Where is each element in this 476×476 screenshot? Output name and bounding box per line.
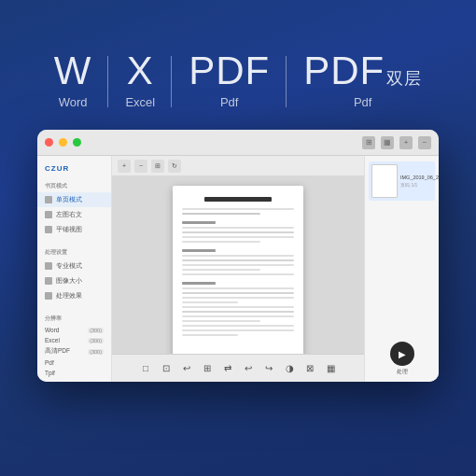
sidebar-item-page[interactable]: 图像大小 — [37, 273, 111, 288]
tb-icon-1[interactable]: ⊞ — [362, 136, 375, 149]
tb-icon-4[interactable]: − — [418, 136, 431, 149]
format-word: W Word — [37, 51, 109, 109]
sidebar-section-title-1: 书页模式 — [37, 178, 111, 192]
doc-line-13 — [182, 292, 294, 294]
export-tpif-label: Tpif — [45, 370, 55, 376]
toolbar-rotate[interactable]: ↻ — [168, 160, 181, 173]
toolbar-zoom-in[interactable]: + — [118, 160, 131, 173]
word-label: Word — [59, 95, 88, 109]
process-button[interactable]: ▶ — [390, 342, 414, 366]
doc-title — [204, 197, 272, 202]
sidebar-tiled-label: 平铺视图 — [56, 225, 82, 234]
sidebar-single-label: 单页模式 — [56, 195, 82, 204]
doc-heading-2 — [182, 249, 216, 252]
doc-line-10 — [182, 269, 260, 271]
sidebar-item-pro[interactable]: 专业模式 — [37, 259, 111, 273]
export-pdf-label: Pdf — [45, 359, 54, 366]
grid-icon — [45, 226, 52, 233]
doc-line-9 — [182, 264, 294, 266]
doc-heading-3 — [182, 282, 216, 285]
doc-line-17 — [182, 311, 294, 313]
export-pdf[interactable]: Pdf — [37, 357, 111, 368]
bt-redo[interactable]: ↪ — [261, 361, 276, 376]
export-word[interactable]: Word (300) — [37, 325, 111, 335]
sidebar-lr-label: 左图右文 — [56, 210, 82, 219]
doc-line-11 — [182, 273, 294, 275]
sidebar-pro-label: 专业模式 — [56, 261, 82, 271]
image-icon — [45, 292, 52, 300]
process-label: 处理 — [397, 368, 408, 376]
doc-line-2 — [182, 213, 260, 215]
doc-line-15 — [182, 301, 238, 303]
export-tpif[interactable]: Tpif — [37, 368, 111, 378]
doc-line-16 — [182, 306, 294, 308]
tb-icon-3[interactable]: + — [399, 136, 413, 149]
rp-file-info: IMG_2019_06_29_02_279.jpg 页码 1/1 — [400, 175, 439, 189]
doc-line-19 — [182, 320, 260, 322]
export-hd-pdf[interactable]: 高清PDF (300) — [37, 345, 111, 357]
export-word-badge: (300) — [88, 328, 104, 333]
sidebar: CZUR 书页模式 单页模式 左图右文 平铺视图 处理设置 — [37, 156, 112, 382]
rp-thumbnail — [371, 164, 398, 198]
format-excel: X Excel — [108, 51, 172, 109]
format-pdf: PDF Pdf — [172, 51, 287, 109]
word-letter: W — [54, 51, 92, 91]
doc-line-14 — [182, 297, 294, 299]
doc-line-22 — [182, 334, 238, 336]
right-panel: IMG_2019_06_29_02_279.jpg 页码 1/1 ▶ 处理 — [364, 156, 439, 382]
doc-line-4 — [182, 231, 294, 233]
excel-label: Excel — [125, 95, 155, 109]
bt-select[interactable]: □ — [138, 361, 153, 376]
bottom-toolbar: □ ⊡ ↩ ⊞ ⇄ ↩ ↪ ◑ ⊠ ▦ — [112, 354, 364, 382]
format-labels: W Word X Excel PDF Pdf PDF 双层 Pdf — [37, 51, 439, 109]
close-dot[interactable] — [45, 138, 53, 147]
app-window: ⊞ ▦ + − CZUR 书页模式 单页模式 左图右文 — [37, 130, 439, 382]
sidebar-item-image-size[interactable]: 处理效果 — [37, 288, 111, 303]
rp-filename: IMG_2019_06_29_02_279.jpg — [400, 175, 439, 181]
bt-rotate-left[interactable]: ↩ — [179, 361, 194, 376]
doc-line-18 — [182, 315, 294, 317]
rp-detail: 页码 1/1 — [400, 182, 439, 188]
pdf-dual-suffix: 双层 — [386, 70, 422, 87]
bt-flip[interactable]: ⇄ — [220, 361, 235, 376]
app-window-wrapper: ⊞ ▦ + − CZUR 书页模式 单页模式 左图右文 — [37, 109, 439, 382]
toolbar-zoom-out[interactable]: − — [134, 160, 147, 173]
bt-rotate-right[interactable]: ⊞ — [200, 361, 215, 376]
export-hdpdf-badge: (300) — [88, 349, 104, 355]
excel-letter: X — [127, 51, 154, 91]
sidebar-item-tiled[interactable]: 平铺视图 — [37, 222, 111, 237]
content-area: + − ⊞ ↻ — [112, 156, 364, 382]
bt-contrast[interactable]: ◑ — [282, 361, 297, 376]
sidebar-section-title-2: 处理设置 — [37, 245, 111, 259]
document-preview — [112, 176, 364, 354]
pdf-label: Pdf — [220, 95, 239, 109]
bt-crop[interactable]: ⊡ — [159, 361, 174, 376]
document-page — [173, 186, 303, 354]
export-excel-badge: (300) — [88, 338, 104, 343]
sidebar-img-label: 处理效果 — [56, 291, 82, 301]
export-section-title: 分辨率 — [37, 311, 111, 325]
doc-line-20 — [182, 325, 294, 327]
bt-grid[interactable]: ▦ — [323, 361, 338, 376]
export-excel[interactable]: Excel (300) — [37, 335, 111, 345]
sidebar-item-left-right[interactable]: 左图右文 — [37, 207, 111, 222]
doc-line-1 — [182, 208, 294, 210]
rp-item-1[interactable]: IMG_2019_06_29_02_279.jpg 页码 1/1 — [369, 161, 435, 201]
export-hdpdf-label: 高清PDF — [45, 347, 70, 356]
title-bar: ⊞ ▦ + − — [37, 130, 439, 156]
bt-undo[interactable]: ↩ — [241, 361, 256, 376]
tb-icon-2[interactable]: ▦ — [381, 136, 394, 149]
bt-filter[interactable]: ⊠ — [302, 361, 317, 376]
doc-line-3 — [182, 227, 294, 229]
toolbar-fit[interactable]: ⊞ — [151, 160, 164, 173]
maximize-dot[interactable] — [73, 138, 81, 147]
pro-icon — [45, 262, 52, 270]
export-word-label: Word — [45, 327, 59, 333]
sidebar-item-single[interactable]: 单页模式 — [37, 192, 111, 207]
doc-line-7 — [182, 255, 294, 257]
title-bar-right: ⊞ ▦ + − — [362, 136, 431, 149]
pdf-dual-letters: PDF — [303, 51, 385, 91]
doc-heading-1 — [182, 221, 216, 224]
minimize-dot[interactable] — [59, 138, 67, 147]
export-excel-label: Excel — [45, 337, 60, 343]
